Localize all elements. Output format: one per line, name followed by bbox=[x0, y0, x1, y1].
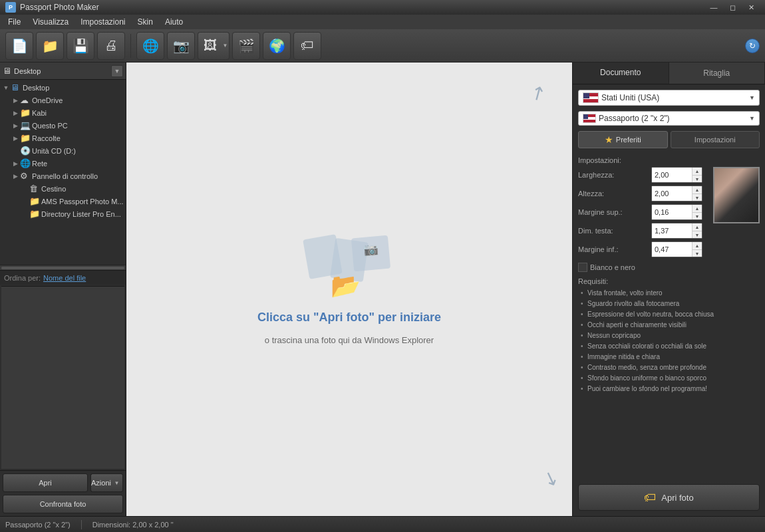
tab-ritaglia[interactable]: Ritaglia bbox=[669, 63, 766, 84]
web-button[interactable]: 🌐 bbox=[136, 32, 164, 60]
expand-questo-pc[interactable]: ▶ bbox=[11, 122, 20, 129]
tree-sub-children: 🗑 Cestino 📁 AMS Passport Photo M... 📁 Di… bbox=[9, 182, 126, 220]
altezza-input[interactable] bbox=[652, 186, 692, 201]
folder-dropdown-arrow[interactable]: ▼ bbox=[111, 65, 123, 77]
tab-documento[interactable]: Documento bbox=[573, 63, 669, 84]
input-dim-testa[interactable]: ▲ ▼ bbox=[651, 223, 702, 239]
toolbar-separator-1 bbox=[130, 34, 131, 58]
cd-icon: 💿 bbox=[20, 146, 31, 156]
expand-pannello[interactable]: ▶ bbox=[11, 173, 20, 180]
altezza-down[interactable]: ▼ bbox=[692, 194, 702, 201]
film-button[interactable]: 🎬 bbox=[232, 32, 260, 60]
label-margine-inf: Margine inf.: bbox=[578, 245, 651, 253]
tree-item-desktop[interactable]: ▼ 🖥 Desktop bbox=[0, 81, 126, 94]
req-item-6: Immagine nitida e chiara bbox=[578, 352, 760, 362]
dim-testa-input[interactable] bbox=[652, 223, 692, 238]
globe-button[interactable]: 🌍 bbox=[263, 32, 291, 60]
tree-label-kabi: Kabi bbox=[32, 109, 47, 117]
tree-item-cestino[interactable]: 🗑 Cestino bbox=[19, 182, 126, 195]
label-altezza: Altezza: bbox=[578, 190, 651, 198]
open-button[interactable]: Apri bbox=[3, 473, 88, 492]
settings-title: Impostazioni: bbox=[578, 156, 760, 164]
tree-item-rete[interactable]: ▶ 🌐 Rete bbox=[9, 157, 126, 170]
expand-desktop[interactable]: ▼ bbox=[1, 84, 11, 91]
tree-item-onedrive[interactable]: ▶ ☁ OneDrive bbox=[9, 94, 126, 106]
minimize-button[interactable]: — bbox=[705, 1, 722, 14]
req-list: Vista frontale, volto intero Sguardo riv… bbox=[578, 288, 760, 394]
gallery-button[interactable]: 🖼 bbox=[198, 32, 222, 60]
actions-button[interactable]: Azioni bbox=[90, 473, 111, 492]
larghezza-up[interactable]: ▲ bbox=[692, 168, 702, 175]
refresh-button[interactable]: ↻ bbox=[745, 39, 760, 53]
expand-kabi[interactable]: ▶ bbox=[11, 110, 20, 116]
dir-lister-icon: 📁 bbox=[29, 209, 40, 219]
drop-subtitle: o trascina una foto qui da Windows Explo… bbox=[265, 335, 434, 345]
bw-checkbox[interactable] bbox=[578, 263, 587, 272]
save-button[interactable]: 💾 bbox=[67, 32, 94, 60]
camera-button[interactable]: 📷 bbox=[167, 32, 195, 60]
tree-container[interactable]: ▼ 🖥 Desktop ▶ ☁ OneDrive ▶ 📁 Kabi ▶ bbox=[0, 80, 126, 265]
new-button[interactable]: 📄 bbox=[5, 32, 33, 60]
tab-preferiti[interactable]: ★ Preferiti bbox=[578, 131, 668, 148]
open-photo-button[interactable]: 🏷 Apri foto bbox=[578, 484, 760, 511]
altezza-up[interactable]: ▲ bbox=[692, 186, 702, 194]
document-select[interactable]: Passaporto (2 "x 2") ▼ bbox=[578, 111, 760, 126]
open-folder-button[interactable]: 📁 bbox=[36, 32, 64, 60]
menu-file[interactable]: File bbox=[3, 16, 26, 28]
tree-item-cd[interactable]: 💿 Unità CD (D:) bbox=[9, 144, 126, 157]
dim-testa-down[interactable]: ▼ bbox=[692, 231, 702, 238]
bw-checkbox-row[interactable]: Bianco e nero bbox=[578, 263, 760, 272]
folder-selector[interactable]: 🖥 Desktop ▼ bbox=[0, 63, 126, 80]
kabi-icon: 📁 bbox=[20, 108, 31, 118]
actions-arrow-button[interactable]: ▼ bbox=[111, 473, 123, 492]
tab-impostazioni[interactable]: Impostazioni bbox=[671, 131, 760, 148]
statusbar-item2: Dimensioni: 2,00 x 2,00 " bbox=[92, 521, 174, 529]
input-altezza[interactable]: ▲ ▼ bbox=[651, 186, 702, 201]
tag-button[interactable]: 🏷 bbox=[293, 32, 321, 60]
menu-impostazioni[interactable]: Impostazioni bbox=[75, 16, 130, 28]
menu-skin[interactable]: Skin bbox=[132, 16, 158, 28]
horizontal-scrollbar[interactable] bbox=[0, 265, 126, 270]
margine-sup-input[interactable] bbox=[652, 205, 692, 219]
settings-with-thumb: Larghezza: ▲ ▼ Altezza: bbox=[578, 167, 760, 260]
tree-item-raccolte[interactable]: ▶ 📁 Raccolte bbox=[9, 132, 126, 144]
altezza-spinner: ▲ ▼ bbox=[692, 186, 702, 201]
left-panel: 🖥 Desktop ▼ ▼ 🖥 Desktop ▶ ☁ OneDrive ▶ bbox=[0, 63, 126, 516]
margine-sup-down[interactable]: ▼ bbox=[692, 212, 702, 219]
restore-button[interactable]: ◻ bbox=[724, 1, 741, 14]
drop-area: 📷 📂 Clicca su "Apri foto" per iniziare o… bbox=[257, 233, 441, 345]
req-item-0: Vista frontale, volto intero bbox=[578, 288, 760, 299]
compare-button[interactable]: Confronta foto bbox=[3, 495, 123, 513]
dim-testa-up[interactable]: ▲ bbox=[692, 223, 702, 231]
open-btn-icon: 🏷 bbox=[644, 491, 656, 505]
margine-inf-up[interactable]: ▲ bbox=[692, 242, 702, 249]
tab-impostazioni-label: Impostazioni bbox=[694, 136, 736, 144]
gallery-arrow[interactable]: ▼ bbox=[222, 32, 230, 60]
tree-item-ams[interactable]: 📁 AMS Passport Photo M... bbox=[19, 195, 126, 207]
margine-inf-down[interactable]: ▼ bbox=[692, 249, 702, 257]
sort-link[interactable]: Nome del file bbox=[43, 274, 86, 282]
margine-inf-input[interactable] bbox=[652, 242, 692, 257]
dim-testa-spinner: ▲ ▼ bbox=[692, 223, 702, 238]
expand-rete[interactable]: ▶ bbox=[11, 160, 20, 167]
larghezza-down[interactable]: ▼ bbox=[692, 175, 702, 182]
menu-aiuto[interactable]: Aiuto bbox=[160, 16, 188, 28]
larghezza-input[interactable] bbox=[652, 168, 692, 182]
tree-item-questo-pc[interactable]: ▶ 💻 Questo PC bbox=[9, 119, 126, 132]
country-select[interactable]: Stati Uniti (USA) ▼ bbox=[578, 90, 760, 106]
expand-raccolte[interactable]: ▶ bbox=[11, 135, 20, 142]
req-item-3: Occhi aperti e chiaramente visibili bbox=[578, 320, 760, 331]
right-content: Stati Uniti (USA) ▼ Passaporto (2 "x 2")… bbox=[573, 84, 765, 479]
print-button[interactable]: 🖨 bbox=[97, 32, 125, 60]
input-margine-inf[interactable]: ▲ ▼ bbox=[651, 241, 702, 257]
tree-item-directory-lister[interactable]: 📁 Directory Lister Pro En... bbox=[19, 207, 126, 220]
input-larghezza[interactable]: ▲ ▼ bbox=[651, 167, 702, 183]
expand-onedrive[interactable]: ▶ bbox=[11, 97, 20, 104]
tree-item-pannello[interactable]: ▶ ⚙ Pannello di controllo bbox=[9, 170, 126, 182]
drop-title: Clicca su "Apri foto" per iniziare bbox=[257, 311, 441, 325]
margine-sup-up[interactable]: ▲ bbox=[692, 205, 702, 212]
tree-item-kabi[interactable]: ▶ 📁 Kabi bbox=[9, 106, 126, 119]
close-button[interactable]: ✕ bbox=[742, 1, 760, 14]
menu-visualizza[interactable]: Visualizza bbox=[27, 16, 74, 28]
input-margine-sup[interactable]: ▲ ▼ bbox=[651, 204, 702, 220]
